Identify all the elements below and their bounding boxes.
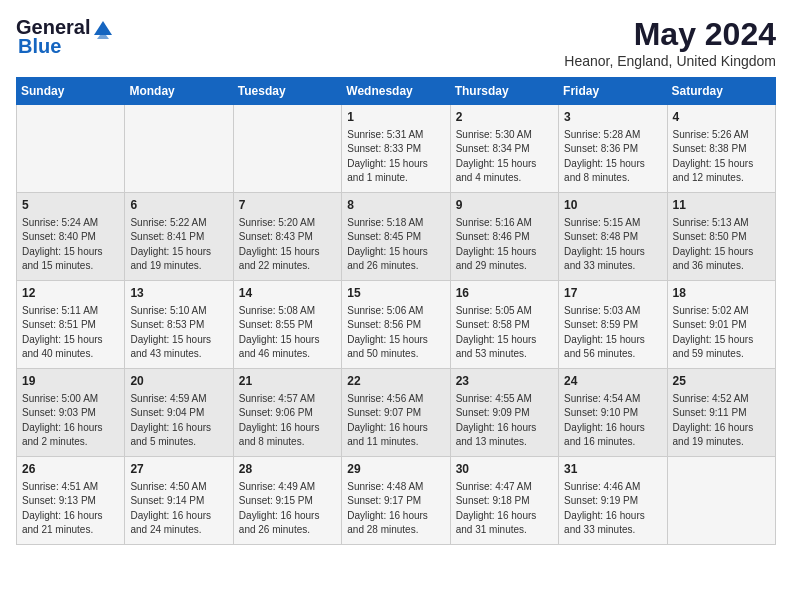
calendar-week-row: 19Sunrise: 5:00 AMSunset: 9:03 PMDayligh…	[17, 369, 776, 457]
cell-content-line: Sunset: 8:50 PM	[673, 230, 770, 245]
cell-content-line: Sunrise: 5:22 AM	[130, 216, 227, 231]
cell-content-line: Sunset: 9:13 PM	[22, 494, 119, 509]
cell-content-line: and 28 minutes.	[347, 523, 444, 538]
day-number: 11	[673, 197, 770, 214]
calendar-cell: 10Sunrise: 5:15 AMSunset: 8:48 PMDayligh…	[559, 193, 667, 281]
cell-content-line: Daylight: 16 hours	[22, 421, 119, 436]
location-subtitle: Heanor, England, United Kingdom	[564, 53, 776, 69]
cell-content-line: Daylight: 16 hours	[456, 421, 553, 436]
day-number: 5	[22, 197, 119, 214]
calendar-cell: 1Sunrise: 5:31 AMSunset: 8:33 PMDaylight…	[342, 105, 450, 193]
cell-content-line: Daylight: 16 hours	[673, 421, 770, 436]
calendar-cell: 30Sunrise: 4:47 AMSunset: 9:18 PMDayligh…	[450, 457, 558, 545]
cell-content-line: Sunset: 9:10 PM	[564, 406, 661, 421]
cell-content-line: and 8 minutes.	[239, 435, 336, 450]
day-number: 21	[239, 373, 336, 390]
calendar-cell: 31Sunrise: 4:46 AMSunset: 9:19 PMDayligh…	[559, 457, 667, 545]
title-block: May 2024 Heanor, England, United Kingdom	[564, 16, 776, 69]
page-header: General Blue May 2024 Heanor, England, U…	[16, 16, 776, 69]
cell-content-line: Sunrise: 5:05 AM	[456, 304, 553, 319]
cell-content-line: Sunrise: 4:48 AM	[347, 480, 444, 495]
day-number: 8	[347, 197, 444, 214]
cell-content-line: Sunset: 9:19 PM	[564, 494, 661, 509]
cell-content-line: Daylight: 15 hours	[564, 333, 661, 348]
calendar-cell	[667, 457, 775, 545]
calendar-cell: 27Sunrise: 4:50 AMSunset: 9:14 PMDayligh…	[125, 457, 233, 545]
cell-content-line: and 53 minutes.	[456, 347, 553, 362]
cell-content-line: and 33 minutes.	[564, 523, 661, 538]
cell-content-line: Daylight: 15 hours	[564, 245, 661, 260]
calendar-cell: 18Sunrise: 5:02 AMSunset: 9:01 PMDayligh…	[667, 281, 775, 369]
cell-content-line: and 43 minutes.	[130, 347, 227, 362]
cell-content-line: Sunset: 9:09 PM	[456, 406, 553, 421]
cell-content-line: Sunrise: 5:03 AM	[564, 304, 661, 319]
calendar-cell: 7Sunrise: 5:20 AMSunset: 8:43 PMDaylight…	[233, 193, 341, 281]
cell-content-line: Sunset: 9:03 PM	[22, 406, 119, 421]
calendar-cell: 15Sunrise: 5:06 AMSunset: 8:56 PMDayligh…	[342, 281, 450, 369]
cell-content-line: Daylight: 15 hours	[239, 333, 336, 348]
calendar-cell: 17Sunrise: 5:03 AMSunset: 8:59 PMDayligh…	[559, 281, 667, 369]
cell-content-line: Daylight: 15 hours	[130, 333, 227, 348]
cell-content-line: and 22 minutes.	[239, 259, 336, 274]
cell-content-line: Daylight: 15 hours	[673, 333, 770, 348]
day-number: 26	[22, 461, 119, 478]
weekday-header-friday: Friday	[559, 78, 667, 105]
cell-content-line: Daylight: 16 hours	[239, 509, 336, 524]
cell-content-line: Sunrise: 5:31 AM	[347, 128, 444, 143]
cell-content-line: Sunrise: 4:50 AM	[130, 480, 227, 495]
cell-content-line: and 2 minutes.	[22, 435, 119, 450]
cell-content-line: Sunset: 8:38 PM	[673, 142, 770, 157]
weekday-header-saturday: Saturday	[667, 78, 775, 105]
cell-content-line: Sunset: 8:48 PM	[564, 230, 661, 245]
day-number: 30	[456, 461, 553, 478]
calendar-cell: 24Sunrise: 4:54 AMSunset: 9:10 PMDayligh…	[559, 369, 667, 457]
cell-content-line: Sunrise: 5:00 AM	[22, 392, 119, 407]
cell-content-line: Sunrise: 5:28 AM	[564, 128, 661, 143]
cell-content-line: and 19 minutes.	[673, 435, 770, 450]
cell-content-line: Sunrise: 5:18 AM	[347, 216, 444, 231]
cell-content-line: Daylight: 15 hours	[130, 245, 227, 260]
day-number: 23	[456, 373, 553, 390]
cell-content-line: Sunrise: 4:57 AM	[239, 392, 336, 407]
cell-content-line: Daylight: 16 hours	[239, 421, 336, 436]
calendar-cell: 26Sunrise: 4:51 AMSunset: 9:13 PMDayligh…	[17, 457, 125, 545]
logo-blue: Blue	[18, 35, 61, 58]
calendar-cell: 12Sunrise: 5:11 AMSunset: 8:51 PMDayligh…	[17, 281, 125, 369]
calendar-table: SundayMondayTuesdayWednesdayThursdayFrid…	[16, 77, 776, 545]
calendar-cell: 25Sunrise: 4:52 AMSunset: 9:11 PMDayligh…	[667, 369, 775, 457]
cell-content-line: and 5 minutes.	[130, 435, 227, 450]
calendar-cell: 11Sunrise: 5:13 AMSunset: 8:50 PMDayligh…	[667, 193, 775, 281]
calendar-cell	[125, 105, 233, 193]
cell-content-line: Sunset: 9:18 PM	[456, 494, 553, 509]
cell-content-line: and 59 minutes.	[673, 347, 770, 362]
cell-content-line: and 29 minutes.	[456, 259, 553, 274]
cell-content-line: Sunrise: 4:46 AM	[564, 480, 661, 495]
cell-content-line: Sunrise: 5:11 AM	[22, 304, 119, 319]
day-number: 10	[564, 197, 661, 214]
cell-content-line: Daylight: 15 hours	[22, 245, 119, 260]
cell-content-line: and 24 minutes.	[130, 523, 227, 538]
calendar-cell: 14Sunrise: 5:08 AMSunset: 8:55 PMDayligh…	[233, 281, 341, 369]
calendar-cell: 21Sunrise: 4:57 AMSunset: 9:06 PMDayligh…	[233, 369, 341, 457]
cell-content-line: and 12 minutes.	[673, 171, 770, 186]
logo-icon	[92, 17, 114, 39]
calendar-cell: 20Sunrise: 4:59 AMSunset: 9:04 PMDayligh…	[125, 369, 233, 457]
cell-content-line: Sunset: 8:53 PM	[130, 318, 227, 333]
cell-content-line: Daylight: 16 hours	[347, 509, 444, 524]
cell-content-line: Daylight: 16 hours	[564, 421, 661, 436]
cell-content-line: Sunrise: 4:47 AM	[456, 480, 553, 495]
cell-content-line: Sunrise: 5:06 AM	[347, 304, 444, 319]
day-number: 17	[564, 285, 661, 302]
cell-content-line: and 19 minutes.	[130, 259, 227, 274]
day-number: 16	[456, 285, 553, 302]
calendar-cell: 2Sunrise: 5:30 AMSunset: 8:34 PMDaylight…	[450, 105, 558, 193]
cell-content-line: Sunrise: 4:49 AM	[239, 480, 336, 495]
cell-content-line: and 11 minutes.	[347, 435, 444, 450]
day-number: 9	[456, 197, 553, 214]
calendar-week-row: 1Sunrise: 5:31 AMSunset: 8:33 PMDaylight…	[17, 105, 776, 193]
weekday-header-sunday: Sunday	[17, 78, 125, 105]
calendar-cell	[233, 105, 341, 193]
month-year-title: May 2024	[564, 16, 776, 53]
weekday-header-tuesday: Tuesday	[233, 78, 341, 105]
cell-content-line: Daylight: 15 hours	[347, 157, 444, 172]
